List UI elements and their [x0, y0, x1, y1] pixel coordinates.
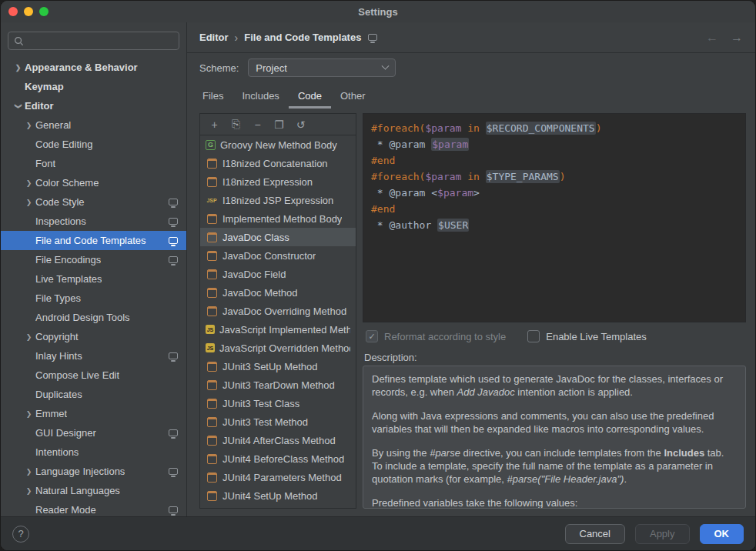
description-paragraph: Predefined variables take the following … [372, 496, 737, 509]
sidebar-item-intentions[interactable]: Intentions [1, 442, 186, 462]
sidebar-item-general[interactable]: ❯General [1, 115, 186, 135]
sidebar-item-inlay-hints[interactable]: Inlay Hints [1, 346, 186, 366]
checkbox-checked-icon: ✓ [366, 330, 378, 342]
template-item-junit4-afterclass-method[interactable]: JUnit4 AfterClass Method [200, 431, 356, 449]
template-item-i18nized-expression[interactable]: I18nized Expression [200, 172, 356, 191]
code-line: * @param <$param> [371, 185, 738, 201]
add-template-icon[interactable]: + [209, 119, 220, 131]
template-item-junit4-setup-method[interactable]: JUnit4 SetUp Method [200, 486, 356, 505]
template-item-javadoc-method[interactable]: JavaDoc Method [200, 283, 356, 302]
template-item-javadoc-field[interactable]: JavaDoc Field [200, 265, 356, 283]
template-item-junit4-beforeclass-method[interactable]: JUnit4 BeforeClass Method [200, 449, 356, 468]
sidebar-item-code-style[interactable]: ❯Code Style [1, 192, 186, 212]
description-box[interactable]: Defines template which used to generate … [363, 366, 746, 509]
template-file-icon [206, 212, 218, 225]
back-button[interactable]: ← [706, 31, 718, 45]
chevron-right-icon[interactable]: ❯ [22, 487, 35, 495]
chevron-right-icon[interactable]: ❯ [12, 64, 25, 72]
template-item-javadoc-constructor[interactable]: JavaDoc Constructor [200, 246, 356, 265]
settings-window: Settings ❯Appearance & BehaviorKeymap❯Ed… [0, 0, 756, 551]
chevron-right-icon[interactable]: ❯ [22, 199, 35, 206]
template-editor[interactable]: #foreach($param in $RECORD_COMPONENTS) *… [363, 113, 746, 322]
template-item-junit3-teardown-method[interactable]: JUnit3 TearDown Method [200, 376, 356, 394]
scheme-select[interactable]: Project [248, 58, 396, 77]
tab-code[interactable]: Code [289, 82, 331, 109]
screen-icon [368, 34, 377, 41]
sidebar-item-duplicates[interactable]: Duplicates [1, 385, 186, 404]
chevron-right-icon[interactable]: ❯ [22, 468, 35, 476]
sidebar-item-copyright[interactable]: ❯Copyright [1, 327, 186, 346]
sidebar-item-code-editing[interactable]: Code Editing [1, 135, 186, 154]
template-item-junit3-test-method[interactable]: JUnit3 Test Method [200, 412, 356, 431]
chevron-right-icon[interactable]: ❯ [22, 333, 35, 341]
settings-content: Editor › File and Code Templates ← → Sch… [187, 22, 755, 516]
sidebar-item-android-design-tools[interactable]: Android Design Tools [1, 308, 186, 327]
sidebar-item-reader-mode[interactable]: Reader Mode [1, 500, 186, 516]
duplicate-template-icon[interactable]: ❐ [273, 119, 285, 131]
sidebar-item-file-encodings[interactable]: File Encodings [1, 250, 186, 269]
sidebar-item-gui-designer[interactable]: GUI Designer [1, 423, 186, 442]
template-item-implemented-method-body[interactable]: Implemented Method Body [200, 209, 356, 228]
sidebar-item-label: Intentions [35, 446, 79, 458]
remove-template-icon[interactable]: − [252, 119, 263, 131]
sidebar-item-natural-languages[interactable]: ❯Natural Languages [1, 481, 186, 500]
window-title: Settings [1, 6, 755, 18]
sidebar-item-file-types[interactable]: File Types [1, 289, 186, 308]
screen-icon [169, 218, 178, 225]
minimize-window-button[interactable] [24, 7, 33, 16]
template-item-javadoc-class[interactable]: JavaDoc Class [200, 228, 356, 246]
reformat-checkbox[interactable]: ✓ Reformat according to style [366, 330, 506, 342]
template-item-junit3-setup-method[interactable]: JUnit3 SetUp Method [200, 357, 356, 376]
sidebar-item-appearance-behavior[interactable]: ❯Appearance & Behavior [1, 58, 186, 77]
template-item-i18nized-jsp-expression[interactable]: JSPI18nized JSP Expression [200, 191, 356, 209]
reset-template-icon[interactable]: ↺ [295, 119, 306, 131]
template-item-junit4-parameters-method[interactable]: JUnit4 Parameters Method [200, 468, 356, 486]
tab-files[interactable]: Files [193, 82, 232, 109]
chevron-right-icon[interactable]: ❯ [22, 122, 35, 129]
copy-template-icon[interactable]: ⎘ [230, 118, 242, 131]
template-item-label: JUnit4 Parameters Method [222, 472, 342, 483]
tab-includes[interactable]: Includes [232, 82, 288, 109]
sidebar-item-emmet[interactable]: ❯Emmet [1, 404, 186, 423]
search-input[interactable] [28, 35, 173, 47]
apply-button[interactable]: Apply [635, 524, 690, 544]
template-item-junit3-test-class[interactable]: JUnit3 Test Class [200, 394, 356, 412]
cancel-button[interactable]: Cancel [565, 524, 625, 544]
sidebar-item-keymap[interactable]: Keymap [1, 77, 186, 96]
help-button[interactable]: ? [12, 526, 29, 543]
settings-search-box[interactable] [8, 32, 179, 50]
template-item-javascript-overridden-method[interactable]: JSJavaScript Overridden Method [200, 339, 356, 357]
sidebar-item-font[interactable]: Font [1, 154, 186, 173]
tab-other[interactable]: Other [331, 82, 375, 109]
enable-live-templates-checkbox[interactable]: Enable Live Templates [527, 330, 647, 342]
sidebar-item-label: Editor [25, 100, 54, 112]
sidebar-item-inspections[interactable]: Inspections [1, 212, 186, 231]
template-file-icon [206, 175, 218, 188]
sidebar-item-color-scheme[interactable]: ❯Color Scheme [1, 173, 186, 192]
template-item-i18nized-concatenation[interactable]: I18nized Concatenation [200, 154, 356, 172]
sidebar-item-label: Compose Live Edit [35, 369, 119, 381]
sidebar-item-language-injections[interactable]: ❯Language Injections [1, 462, 186, 481]
sidebar-item-compose-live-edit[interactable]: Compose Live Edit [1, 366, 186, 385]
sidebar-item-file-and-code-templates[interactable]: File and Code Templates [1, 231, 186, 250]
chevron-down-icon[interactable]: ❯ [15, 99, 22, 112]
chevron-right-icon[interactable]: ❯ [22, 410, 35, 418]
template-item-label: JUnit4 SetUp Method [222, 490, 318, 502]
code-line: #end [371, 152, 738, 169]
question-icon: ? [18, 528, 23, 539]
chevron-right-icon[interactable]: ❯ [22, 179, 35, 187]
template-item-groovy-new-method-body[interactable]: GGroovy New Method Body [200, 135, 356, 154]
template-item-javadoc-overriding-method[interactable]: JavaDoc Overriding Method [200, 302, 356, 320]
template-list-pane: +⎘−❐↺ GGroovy New Method BodyI18nized Co… [199, 113, 356, 509]
forward-button[interactable]: → [731, 31, 743, 45]
breadcrumb-editor[interactable]: Editor [199, 32, 229, 43]
close-window-button[interactable] [8, 7, 18, 16]
template-item-javascript-implemented-method[interactable]: JSJavaScript Implemented Method [200, 320, 356, 339]
checkbox-unchecked-icon [527, 330, 540, 342]
sidebar-item-editor[interactable]: ❯Editor [1, 96, 186, 115]
ok-button[interactable]: OK [700, 524, 744, 544]
sidebar-item-label: Color Scheme [35, 177, 99, 189]
sidebar-item-live-templates[interactable]: Live Templates [1, 269, 186, 289]
template-item-label: Groovy New Method Body [220, 139, 337, 151]
zoom-window-button[interactable] [39, 7, 49, 16]
